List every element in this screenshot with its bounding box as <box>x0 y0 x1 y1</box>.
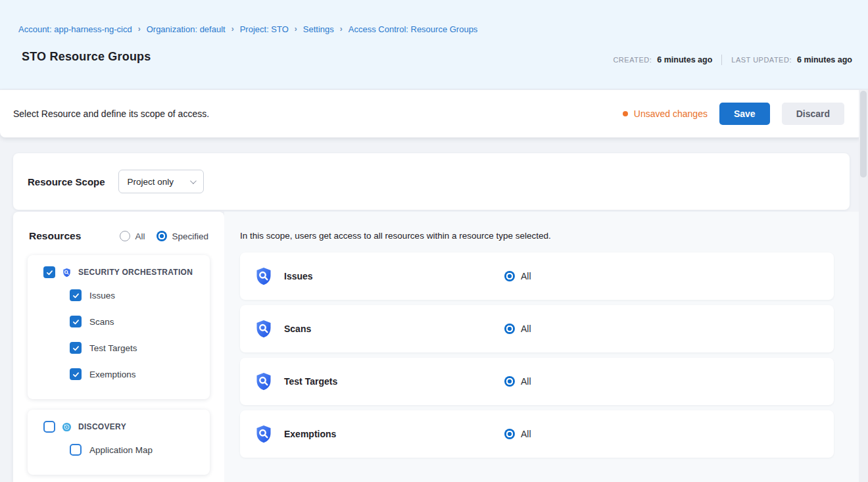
breadcrumb-project[interactable]: Project: STO <box>240 24 289 34</box>
resource-row-test-targets: Test Targets All <box>240 358 834 405</box>
resource-scope-dropdown[interactable]: Project only <box>118 170 204 193</box>
resources-header: Resources All Specified <box>13 212 224 250</box>
toolbar-description: Select Resource and define its scope of … <box>13 108 209 119</box>
resources-sidebar: Resources All Specified <box>13 212 224 482</box>
meta-divider <box>721 55 722 65</box>
resource-label: Test Targets <box>89 343 137 353</box>
discard-button[interactable]: Discard <box>782 103 844 125</box>
group-label: DISCOVERY <box>78 422 126 431</box>
shield-scan-icon <box>254 319 274 339</box>
scrollbar-thumb[interactable] <box>860 91 867 178</box>
breadcrumb-settings[interactable]: Settings <box>303 24 334 34</box>
created-label: CREATED: <box>613 56 652 64</box>
checkbox-icon <box>70 342 82 354</box>
save-button[interactable]: Save <box>719 103 770 125</box>
access-radio-all[interactable]: All <box>504 271 531 281</box>
breadcrumb: Account: app-harness-ng-cicd › Organizat… <box>18 24 477 34</box>
resource-checkbox-application-map[interactable]: Application Map <box>28 437 210 463</box>
resource-rows: Issues All Scans All <box>240 253 834 463</box>
resource-type-label: Issues <box>284 271 313 281</box>
resource-checkbox-issues[interactable]: Issues <box>28 282 210 308</box>
shield-scan-icon <box>254 266 274 286</box>
group-header: DISCOVERY <box>28 410 210 433</box>
page-header: Account: app-harness-ng-cicd › Organizat… <box>0 0 868 89</box>
resources-mode-radios: All Specified <box>120 231 208 241</box>
toolbar-actions: Unsaved changes Save Discard <box>623 103 844 125</box>
last-updated-value: 6 minutes ago <box>797 55 852 64</box>
resource-group-discovery: DISCOVERY Application Map <box>28 410 210 475</box>
unsaved-changes-indicator: Unsaved changes <box>623 108 708 119</box>
radio-option-specified[interactable]: Specified <box>157 231 208 241</box>
shield-scan-icon <box>254 424 274 444</box>
breadcrumb-organization[interactable]: Organization: default <box>147 24 226 34</box>
resource-label: Issues <box>89 291 115 301</box>
access-label: All <box>521 376 531 387</box>
checkbox-discovery[interactable] <box>43 421 55 433</box>
resource-label: Scans <box>89 317 114 327</box>
check-icon <box>45 268 54 277</box>
checkbox-icon <box>70 289 82 301</box>
chevron-right-icon: › <box>340 24 343 34</box>
group-label: SECURITY ORCHESTRATION <box>78 268 193 277</box>
resource-checkbox-exemptions[interactable]: Exemptions <box>28 361 210 387</box>
chevron-right-icon: › <box>231 24 234 34</box>
access-label: All <box>521 271 531 281</box>
breadcrumb-account[interactable]: Account: app-harness-ng-cicd <box>18 24 132 34</box>
radio-selected-icon <box>504 271 515 281</box>
resource-row-scans: Scans All <box>240 305 834 352</box>
radio-selected-icon <box>504 376 515 387</box>
unsaved-dot-icon <box>623 111 628 116</box>
resource-type-label: Scans <box>284 324 311 334</box>
access-label: All <box>521 324 531 334</box>
resource-label: Application Map <box>89 445 153 455</box>
access-label: All <box>521 429 531 439</box>
resource-group-security-orchestration: SECURITY ORCHESTRATION Issues Scans Test… <box>28 255 210 399</box>
access-radio-all[interactable]: All <box>504 324 531 334</box>
scope-description: In this scope, users get access to all r… <box>240 231 551 241</box>
chevron-down-icon <box>190 178 197 184</box>
main-content: In this scope, users get access to all r… <box>224 212 868 482</box>
last-updated-label: LAST UPDATED: <box>731 56 792 64</box>
chevron-right-icon: › <box>295 24 297 34</box>
access-radio-all[interactable]: All <box>504 376 531 387</box>
shield-scan-icon <box>254 372 274 391</box>
breadcrumb-access-control[interactable]: Access Control: Resource Groups <box>349 24 478 34</box>
created-value: 6 minutes ago <box>657 55 712 64</box>
header-meta: CREATED: 6 minutes ago LAST UPDATED: 6 m… <box>613 55 852 65</box>
group-children: Application Map <box>28 437 210 463</box>
checkbox-icon <box>70 316 82 327</box>
shield-scan-icon <box>62 268 72 277</box>
resource-type-label: Test Targets <box>284 376 337 387</box>
resource-scope-value: Project only <box>128 177 174 187</box>
scrollbar[interactable] <box>859 89 868 482</box>
checkbox-icon <box>70 444 82 456</box>
resource-checkbox-scans[interactable]: Scans <box>28 308 210 335</box>
group-header: SECURITY ORCHESTRATION <box>28 255 210 278</box>
checkbox-icon <box>70 368 82 380</box>
radio-option-all[interactable]: All <box>120 231 145 241</box>
radio-all-label: All <box>135 231 145 241</box>
radio-selected-icon <box>504 429 515 439</box>
group-children: Issues Scans Test Targets Exemptions <box>28 282 210 387</box>
toolbar: Select Resource and define its scope of … <box>0 90 863 137</box>
unsaved-changes-label: Unsaved changes <box>634 108 708 119</box>
resource-type-label: Exemptions <box>284 429 336 439</box>
resource-scope-label: Resource Scope <box>28 176 105 187</box>
access-radio-all[interactable]: All <box>504 429 531 439</box>
checkbox-security-orchestration[interactable] <box>43 266 55 278</box>
radio-specified-label: Specified <box>172 231 208 241</box>
page-title: STO Resource Groups <box>22 50 151 64</box>
radio-unselected-icon <box>120 231 130 241</box>
radio-selected-icon <box>504 324 515 334</box>
resource-checkbox-test-targets[interactable]: Test Targets <box>28 335 210 361</box>
radio-selected-icon <box>157 231 167 241</box>
resource-scope-card: Resource Scope Project only <box>13 153 850 210</box>
chevron-right-icon: › <box>138 24 141 34</box>
resources-title: Resources <box>29 230 81 242</box>
resource-row-exemptions: Exemptions All <box>240 410 834 458</box>
resource-row-issues: Issues All <box>240 253 834 300</box>
resource-label: Exemptions <box>89 370 136 379</box>
radar-icon <box>62 422 72 432</box>
